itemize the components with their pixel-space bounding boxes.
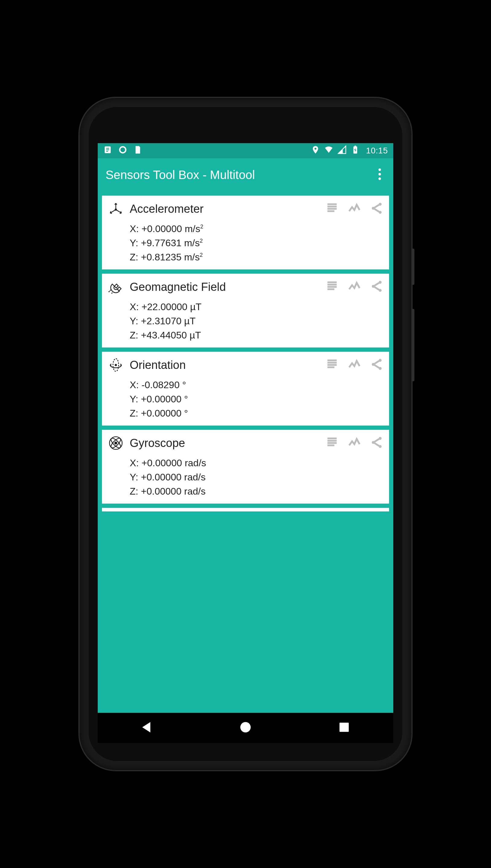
sensor-card-gyroscope[interactable]: Gyroscope X: +0.00000 rad/s Y: +0.00000 … <box>102 430 389 504</box>
location-icon <box>311 145 320 156</box>
graph-icon <box>347 279 361 293</box>
app-screen: 10:15 Sensors Tool Box - Multitool Accel… <box>98 143 393 722</box>
graph-icon <box>347 201 361 215</box>
share-button[interactable] <box>370 201 384 216</box>
phone-power-button <box>411 249 414 285</box>
sensor-title: Geomagnetic Field <box>130 281 226 293</box>
reading-y: Y: +0.00000 ° <box>130 394 384 405</box>
list-button[interactable] <box>325 279 339 294</box>
lines-icon <box>325 279 339 293</box>
reading-z: Z: +0.00000 ° <box>130 408 384 419</box>
sensor-title: Orientation <box>130 359 186 372</box>
list-button[interactable] <box>325 201 339 216</box>
reading-y: Y: +9.77631 m/s2 <box>130 238 384 249</box>
share-icon <box>370 435 384 450</box>
reading-x: X: +0.00000 m/s2 <box>130 223 384 235</box>
lines-icon <box>325 435 339 450</box>
circle-home-icon <box>238 720 253 734</box>
share-icon <box>370 358 384 371</box>
magnet-icon <box>107 278 124 296</box>
square-recent-icon <box>337 720 351 734</box>
graph-icon <box>347 358 361 371</box>
graph-button[interactable] <box>347 358 361 373</box>
svg-point-16 <box>115 364 117 366</box>
lines-icon <box>325 358 339 371</box>
reading-x: X: +22.00000 µT <box>130 301 384 313</box>
status-bar: 10:15 <box>98 143 393 158</box>
graph-button[interactable] <box>347 201 361 216</box>
home-button[interactable] <box>233 714 258 741</box>
more-menu-button[interactable] <box>374 164 385 186</box>
reading-y: Y: +2.31070 µT <box>130 315 384 327</box>
reading-x: X: -0.08290 ° <box>130 379 384 391</box>
back-button[interactable] <box>134 714 160 741</box>
share-button[interactable] <box>370 358 384 373</box>
notification-note-icon <box>103 145 112 156</box>
sensor-card-orientation[interactable]: Orientation X: -0.08290 ° Y: +0.00000 ° … <box>102 352 389 426</box>
triangle-back-icon <box>140 720 154 734</box>
sd-card-icon <box>133 145 142 156</box>
android-nav-bar <box>98 713 393 743</box>
lines-icon <box>325 201 339 215</box>
graph-button[interactable] <box>347 435 361 451</box>
svg-point-6 <box>378 173 381 176</box>
share-button[interactable] <box>370 435 384 451</box>
app-bar: Sensors Tool Box - Multitool <box>98 158 393 191</box>
atom-icon <box>107 435 124 452</box>
share-icon <box>370 201 384 215</box>
app-title: Sensors Tool Box - Multitool <box>106 168 255 182</box>
status-clock: 10:15 <box>366 146 388 156</box>
svg-point-5 <box>378 168 381 171</box>
list-button[interactable] <box>325 435 339 451</box>
svg-point-23 <box>115 442 117 444</box>
phone-volume-button <box>411 309 414 381</box>
svg-point-27 <box>240 722 251 733</box>
cell-signal-icon <box>338 145 347 156</box>
wifi-icon <box>324 145 333 156</box>
recent-apps-button[interactable] <box>331 714 357 741</box>
graph-icon <box>347 435 361 450</box>
svg-point-8 <box>115 209 117 210</box>
phone-frame: 10:15 Sensors Tool Box - Multitool Accel… <box>80 98 411 770</box>
reading-x: X: +0.00000 rad/s <box>130 458 384 469</box>
svg-point-7 <box>378 178 381 180</box>
axes-icon <box>107 200 124 217</box>
share-icon <box>370 279 384 293</box>
reading-z: Z: +0.81235 m/s2 <box>130 252 384 263</box>
svg-point-2 <box>315 148 316 150</box>
svg-rect-4 <box>355 146 356 147</box>
svg-rect-28 <box>339 723 349 732</box>
more-vert-icon <box>378 168 381 180</box>
list-button[interactable] <box>325 358 339 373</box>
reading-y: Y: +0.00000 rad/s <box>130 472 384 483</box>
notification-circle-icon <box>118 145 127 156</box>
share-button[interactable] <box>370 279 384 294</box>
reading-z: Z: +0.00000 rad/s <box>130 486 384 497</box>
svg-point-1 <box>120 147 126 153</box>
reading-z: Z: +43.44050 µT <box>130 330 384 341</box>
sensor-card-accelerometer[interactable]: Accelerometer X: +0.00000 m/s2 Y: +9.776… <box>102 195 389 270</box>
graph-button[interactable] <box>347 279 361 294</box>
battery-charging-icon <box>351 145 360 156</box>
sensor-card-partial[interactable] <box>102 508 389 512</box>
sensor-title: Accelerometer <box>130 203 204 216</box>
rotation-icon <box>107 356 124 373</box>
sensor-title: Gyroscope <box>130 437 185 450</box>
sensor-list[interactable]: Accelerometer X: +0.00000 m/s2 Y: +9.776… <box>98 191 393 722</box>
sensor-card-geomagnetic[interactable]: Geomagnetic Field X: +22.00000 µT Y: +2.… <box>102 274 389 347</box>
